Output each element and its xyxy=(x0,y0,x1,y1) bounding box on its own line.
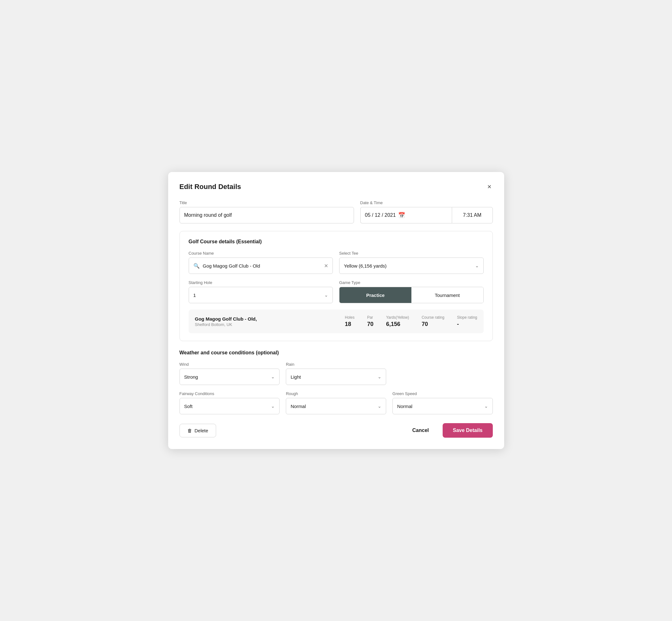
tournament-button[interactable]: Tournament xyxy=(411,287,483,303)
par-value: 70 xyxy=(367,321,374,328)
starting-hole-value: 1 xyxy=(194,292,196,298)
delete-button[interactable]: 🗑 Delete xyxy=(179,424,216,437)
footer-row: 🗑 Delete Cancel Save Details xyxy=(179,423,493,438)
par-label: Par xyxy=(367,315,373,320)
chevron-down-icon: ⌄ xyxy=(271,374,275,379)
course-name-input[interactable]: 🔍 Gog Magog Golf Club - Old ✕ xyxy=(189,257,333,274)
course-info-location: Shelford Bottom, UK xyxy=(195,322,345,327)
datetime-inputs: 05 / 12 / 2021 📅 7:31 AM xyxy=(360,207,493,223)
course-rating-value: 70 xyxy=(421,321,428,328)
golf-course-section: Golf Course details (Essential) Course N… xyxy=(179,231,493,341)
stat-slope-rating: Slope rating - xyxy=(457,315,477,328)
rain-value: Light xyxy=(291,374,301,380)
close-button[interactable]: × xyxy=(486,182,493,192)
holes-value: 18 xyxy=(345,321,351,328)
title-input[interactable] xyxy=(179,207,354,223)
rough-label: Rough xyxy=(286,391,386,396)
game-type-toggle: Practice Tournament xyxy=(339,287,484,303)
green-speed-value: Normal xyxy=(397,404,412,409)
fairway-group: Fairway Conditions Soft ⌄ xyxy=(179,391,280,414)
edit-round-modal: Edit Round Details × Title Date & Time 0… xyxy=(168,172,504,449)
wind-label: Wind xyxy=(179,362,280,367)
course-stats: Holes 18 Par 70 Yards(Yellow) 6,156 Cour… xyxy=(345,315,477,328)
holes-label: Holes xyxy=(345,315,354,320)
fairway-value: Soft xyxy=(184,404,193,409)
title-field-group: Title xyxy=(179,200,354,223)
footer-right: Cancel Save Details xyxy=(406,423,493,438)
green-speed-label: Green Speed xyxy=(392,391,493,396)
stat-course-rating: Course rating 70 xyxy=(421,315,444,328)
time-value: 7:31 AM xyxy=(463,212,481,218)
chevron-down-icon: ⌄ xyxy=(271,404,275,409)
trash-icon: 🗑 xyxy=(187,428,192,433)
modal-title: Edit Round Details xyxy=(179,183,241,191)
modal-header: Edit Round Details × xyxy=(179,182,493,192)
stat-holes: Holes 18 xyxy=(345,315,354,328)
course-rating-label: Course rating xyxy=(421,315,444,320)
weather-title: Weather and course conditions (optional) xyxy=(179,350,493,356)
fairway-rough-green-row: Fairway Conditions Soft ⌄ Rough Normal ⌄… xyxy=(179,391,493,414)
delete-label: Delete xyxy=(195,428,208,433)
rain-group: Rain Light ⌄ xyxy=(286,362,386,385)
weather-section: Weather and course conditions (optional)… xyxy=(179,350,493,414)
game-type-group: Game Type Practice Tournament xyxy=(339,280,484,303)
rough-dropdown[interactable]: Normal ⌄ xyxy=(286,398,386,414)
yards-value: 6,156 xyxy=(386,321,401,328)
datetime-label: Date & Time xyxy=(360,200,493,205)
search-icon: 🔍 xyxy=(194,263,200,269)
course-name-value: Gog Magog Golf Club - Old xyxy=(203,263,321,268)
chevron-down-icon: ⌄ xyxy=(484,404,488,409)
course-info-name-text: Gog Magog Golf Club - Old, xyxy=(195,316,345,322)
practice-button[interactable]: Practice xyxy=(339,287,411,303)
course-info-name: Gog Magog Golf Club - Old, Shelford Bott… xyxy=(195,316,345,327)
top-row: Title Date & Time 05 / 12 / 2021 📅 7:31 … xyxy=(179,200,493,223)
golf-course-title: Golf Course details (Essential) xyxy=(189,239,484,245)
slope-rating-label: Slope rating xyxy=(457,315,477,320)
wind-value: Strong xyxy=(184,374,198,380)
select-tee-label: Select Tee xyxy=(339,251,484,256)
chevron-down-icon: ⌄ xyxy=(378,374,381,379)
course-name-group: Course Name 🔍 Gog Magog Golf Club - Old … xyxy=(189,251,333,274)
clear-icon[interactable]: ✕ xyxy=(324,263,328,269)
course-info-row: Gog Magog Golf Club - Old, Shelford Bott… xyxy=(189,309,484,333)
game-type-label: Game Type xyxy=(339,280,484,285)
calendar-icon: 📅 xyxy=(398,212,405,219)
rough-group: Rough Normal ⌄ xyxy=(286,391,386,414)
title-label: Title xyxy=(179,200,354,205)
slope-rating-value: - xyxy=(457,321,459,328)
datetime-field-group: Date & Time 05 / 12 / 2021 📅 7:31 AM xyxy=(360,200,493,223)
fairway-label: Fairway Conditions xyxy=(179,391,280,396)
rough-value: Normal xyxy=(291,404,306,409)
starting-hole-dropdown[interactable]: 1 ⌄ xyxy=(189,287,333,303)
fairway-dropdown[interactable]: Soft ⌄ xyxy=(179,398,280,414)
select-tee-group: Select Tee Yellow (6,156 yards) ⌄ xyxy=(339,251,484,274)
chevron-down-icon: ⌄ xyxy=(324,292,328,298)
course-name-label: Course Name xyxy=(189,251,333,256)
select-tee-dropdown[interactable]: Yellow (6,156 yards) ⌄ xyxy=(339,257,484,274)
hole-gametype-row: Starting Hole 1 ⌄ Game Type Practice Tou… xyxy=(189,280,484,303)
chevron-down-icon: ⌄ xyxy=(475,263,479,268)
save-button[interactable]: Save Details xyxy=(443,423,493,438)
rain-label: Rain xyxy=(286,362,386,367)
starting-hole-label: Starting Hole xyxy=(189,280,333,285)
cancel-button[interactable]: Cancel xyxy=(406,424,435,437)
rain-dropdown[interactable]: Light ⌄ xyxy=(286,369,386,385)
green-speed-dropdown[interactable]: Normal ⌄ xyxy=(392,398,493,414)
time-input[interactable]: 7:31 AM xyxy=(452,207,493,223)
stat-par: Par 70 xyxy=(367,315,374,328)
date-value: 05 / 12 / 2021 xyxy=(365,212,396,218)
select-tee-value: Yellow (6,156 yards) xyxy=(344,263,386,268)
stat-yards: Yards(Yellow) 6,156 xyxy=(386,315,409,328)
course-name-tee-row: Course Name 🔍 Gog Magog Golf Club - Old … xyxy=(189,251,484,274)
green-speed-group: Green Speed Normal ⌄ xyxy=(392,391,493,414)
chevron-down-icon: ⌄ xyxy=(378,404,381,409)
wind-group: Wind Strong ⌄ xyxy=(179,362,280,385)
wind-rain-row: Wind Strong ⌄ Rain Light ⌄ xyxy=(179,362,493,385)
starting-hole-group: Starting Hole 1 ⌄ xyxy=(189,280,333,303)
yards-label: Yards(Yellow) xyxy=(386,315,409,320)
wind-dropdown[interactable]: Strong ⌄ xyxy=(179,369,280,385)
date-input[interactable]: 05 / 12 / 2021 📅 xyxy=(360,207,452,223)
